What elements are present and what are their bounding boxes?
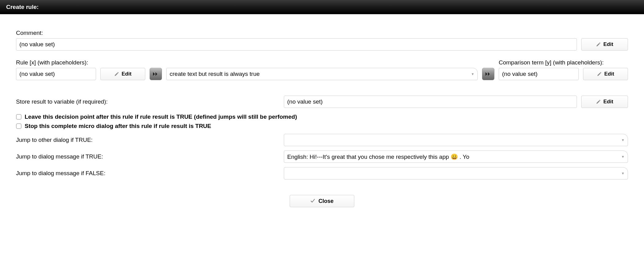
operator-dropdown[interactable]: create text but result is always true ▼ xyxy=(166,68,478,80)
pencil-icon xyxy=(596,42,601,47)
chevron-down-icon: ▼ xyxy=(621,138,625,142)
store-edit-button[interactable]: Edit xyxy=(581,96,628,108)
store-edit-label: Edit xyxy=(603,99,613,105)
rule-value: (no value set) xyxy=(19,71,55,77)
check-icon xyxy=(310,199,315,203)
operator-value: create text but result is always true xyxy=(170,71,469,77)
pencil-icon xyxy=(114,72,119,76)
insert-rule-button[interactable] xyxy=(150,68,162,80)
pencil-icon xyxy=(597,72,602,76)
jump-other-dialog-label: Jump to other dialog if TRUE: xyxy=(16,137,284,143)
rule-label: Rule [x] (with placeholders): xyxy=(16,59,145,66)
comparison-label: Comparison term [y] (with placeholders): xyxy=(499,59,628,66)
jump-msg-false-label: Jump to dialog message if FALSE: xyxy=(16,170,284,177)
store-value: (no value set) xyxy=(287,98,323,105)
rule-edit-label: Edit xyxy=(122,71,131,77)
comment-label: Comment: xyxy=(16,30,628,36)
comment-edit-button[interactable]: Edit xyxy=(581,38,628,51)
pencil-icon xyxy=(596,99,601,104)
leave-decision-label: Leave this decision point after this rul… xyxy=(25,113,297,120)
double-chevron-right-icon xyxy=(153,72,159,76)
comparison-edit-button[interactable]: Edit xyxy=(583,68,628,80)
leave-decision-checkbox[interactable] xyxy=(16,114,22,120)
comment-value: (no value set) xyxy=(19,41,55,48)
comparison-field[interactable]: (no value set) xyxy=(499,68,579,80)
dialog-content: Comment: (no value set) Edit Rule [x] (w… xyxy=(0,14,644,216)
jump-msg-true-dropdown[interactable]: English: Hi!---It's great that you chose… xyxy=(284,150,628,163)
jump-msg-true-value: English: Hi!---It's great that you chose… xyxy=(287,153,619,160)
jump-msg-true-label: Jump to dialog message if TRUE: xyxy=(16,153,284,160)
jump-other-dialog-dropdown[interactable]: ▼ xyxy=(284,134,628,146)
insert-comparison-button[interactable] xyxy=(482,68,494,80)
close-label: Close xyxy=(318,198,333,204)
comparison-edit-label: Edit xyxy=(604,71,614,77)
dialog-header: Create rule: xyxy=(0,0,644,14)
stop-dialog-checkbox[interactable] xyxy=(16,123,22,129)
double-chevron-right-icon xyxy=(485,72,491,76)
rule-field[interactable]: (no value set) xyxy=(16,68,96,80)
store-field[interactable]: (no value set) xyxy=(284,96,577,108)
comment-edit-label: Edit xyxy=(603,41,613,47)
comparison-value: (no value set) xyxy=(502,71,537,77)
dialog-title: Create rule: xyxy=(6,4,39,10)
rule-edit-button[interactable]: Edit xyxy=(100,68,145,80)
store-label: Store result to variable (if required): xyxy=(16,98,284,105)
chevron-down-icon: ▼ xyxy=(621,155,625,159)
jump-msg-false-dropdown[interactable]: ▼ xyxy=(284,167,628,179)
comment-field[interactable]: (no value set) xyxy=(16,38,577,51)
close-button[interactable]: Close xyxy=(290,195,354,207)
stop-dialog-label: Stop this complete micro dialog after th… xyxy=(25,123,211,130)
chevron-down-icon: ▼ xyxy=(471,72,474,76)
chevron-down-icon: ▼ xyxy=(621,171,625,175)
